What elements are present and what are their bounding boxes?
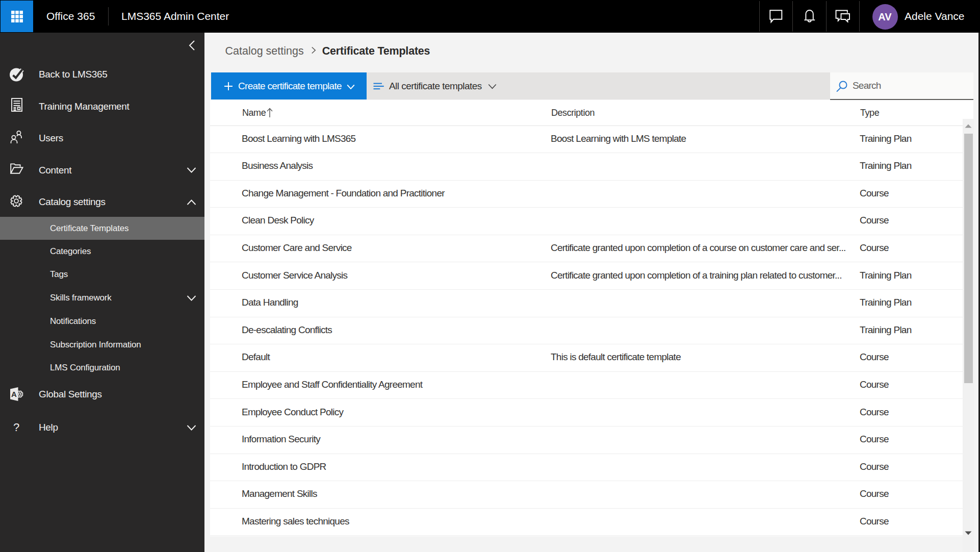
svg-text:A: A xyxy=(11,390,17,398)
